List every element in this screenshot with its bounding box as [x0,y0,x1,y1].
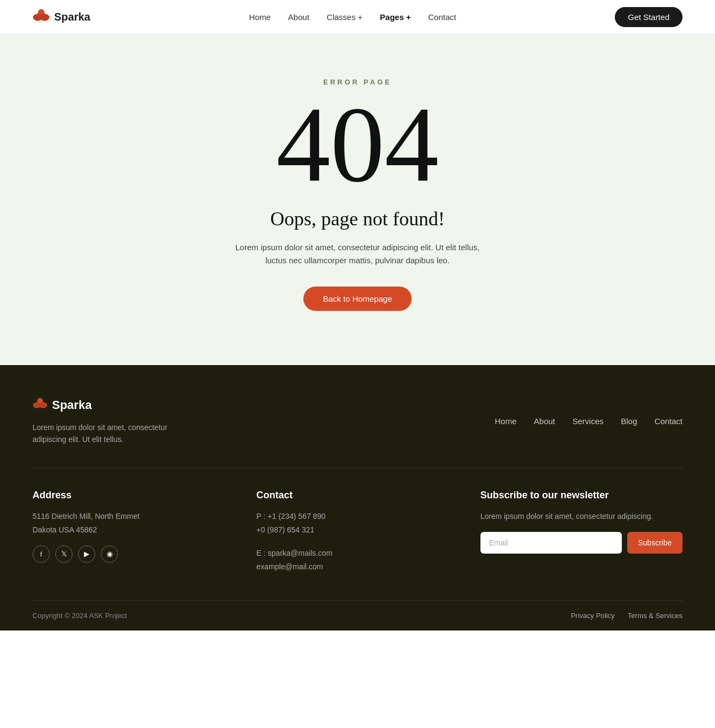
footer-address-col: Address 5116 Dietrich Mill, North Emmet … [32,490,235,574]
navbar: Sparka Home About Classes + Pages + Cont… [0,0,715,35]
instagram-icon[interactable]: ◉ [101,545,118,563]
nav-item-about[interactable]: About [288,12,309,22]
footer-newsletter-col: Subscribe to our newsletter Lorem ipsum … [480,490,682,574]
footer-nav-services[interactable]: Services [573,417,604,426]
footer-contact-col: Contact P : +1 (234) 567 890 +0 (987) 65… [256,490,458,574]
newsletter-form: Subscribe [480,532,682,554]
footer-middle: Address 5116 Dietrich Mill, North Emmet … [32,490,682,600]
copyright: Copyright © 2024 ASK Project [32,612,127,620]
error-title: Oops, page not found! [270,207,445,230]
contact-heading: Contact [256,490,458,501]
footer-nav-blog[interactable]: Blog [621,417,637,426]
email1[interactable]: E : sparka@mails.com [256,547,458,560]
footer-brand: Sparka Lorem ipsum dolor sit amet, conse… [32,398,195,446]
youtube-icon[interactable]: ▶ [78,545,95,563]
nav-item-contact[interactable]: Contact [428,12,456,22]
address-heading: Address [32,490,235,501]
svg-point-3 [40,14,50,21]
nav-item-home[interactable]: Home [249,12,271,22]
legal-links: Privacy Policy Terms & Services [571,612,682,620]
nav-item-classes[interactable]: Classes + [327,12,362,22]
footer-top: Sparka Lorem ipsum dolor sit amet, conse… [32,398,682,467]
social-icons: f 𝕏 ▶ ◉ [32,545,235,563]
brand-icon [32,9,50,26]
error-number: 404 [276,90,439,199]
terms-services-link[interactable]: Terms & Services [628,612,682,620]
newsletter-description: Lorem ipsum dolor sit amet, consectetur … [480,510,682,523]
newsletter-email-input[interactable] [480,532,622,554]
get-started-button[interactable]: Get Started [615,7,682,27]
twitter-icon[interactable]: 𝕏 [55,545,73,563]
nav-item-pages[interactable]: Pages + [380,12,411,22]
nav-links: Home About Classes + Pages + Contact [249,12,456,22]
back-to-homepage-button[interactable]: Back to Homepage [303,287,412,311]
footer-nav: Home About Services Blog Contact [495,417,682,426]
error-description: Lorem ipsum dolor sit amet, consectetur … [227,241,487,267]
footer: Sparka Lorem ipsum dolor sit amet, conse… [0,365,715,630]
footer-bottom: Copyright © 2024 ASK Project Privacy Pol… [32,600,682,630]
footer-brand-name: Sparka [52,398,92,412]
phone1[interactable]: P : +1 (234) 567 890 [256,510,458,523]
footer-brand-icon [32,398,48,413]
brand-name: Sparka [54,11,90,23]
svg-point-7 [39,402,47,408]
newsletter-subscribe-button[interactable]: Subscribe [627,532,682,554]
address-line1: 5116 Dietrich Mill, North Emmet [32,510,235,523]
facebook-icon[interactable]: f [32,545,50,563]
brand-logo[interactable]: Sparka [32,9,90,26]
footer-divider [32,467,682,468]
newsletter-heading: Subscribe to our newsletter [480,490,682,501]
address-line2: Dakota USA 45862 [32,523,235,537]
email2[interactable]: example@mail.com [256,560,458,574]
footer-nav-home[interactable]: Home [495,417,517,426]
footer-nav-about[interactable]: About [534,417,555,426]
error-section: ERROR PAGE 404 Oops, page not found! Lor… [0,35,715,365]
footer-nav-contact[interactable]: Contact [654,417,682,426]
footer-description: Lorem ipsum dolor sit amet, consectetur … [32,421,195,446]
privacy-policy-link[interactable]: Privacy Policy [571,612,615,620]
footer-logo[interactable]: Sparka [32,398,195,413]
phone2[interactable]: +0 (987) 654 321 [256,523,458,537]
